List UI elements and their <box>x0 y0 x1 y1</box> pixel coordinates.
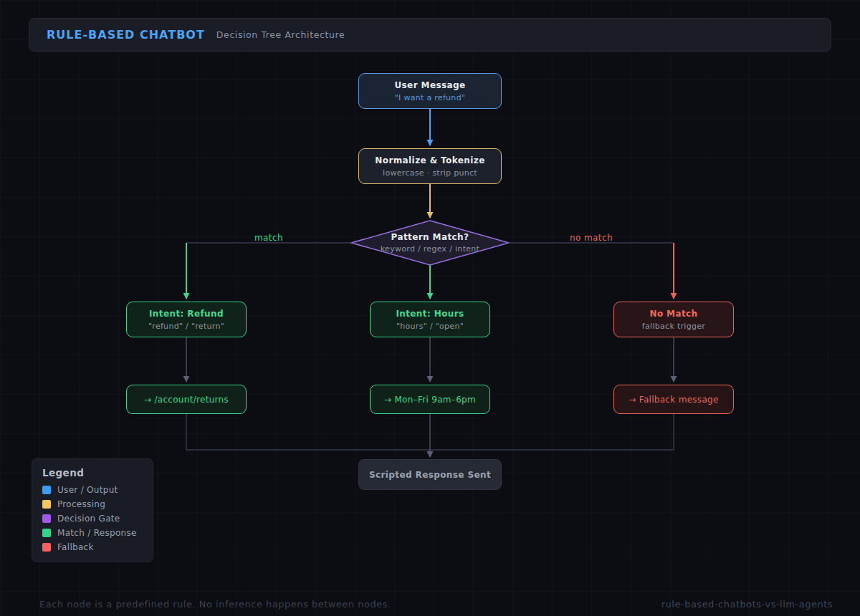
edge-label-match: match <box>254 233 283 243</box>
decision-diamond-shape <box>351 221 509 265</box>
node-normalize-title: Normalize & Tokenize <box>375 155 484 165</box>
legend-item-processing: Processing <box>42 499 143 509</box>
node-normalize-subtitle: lowercase · strip punct <box>383 168 477 178</box>
legend-swatch-green <box>42 529 51 537</box>
node-user-message-subtitle: "I want a refund" <box>395 93 466 102</box>
node-intent-refund-subtitle: "refund" / "return" <box>148 322 224 331</box>
node-no-match-subtitle: fallback trigger <box>642 322 705 331</box>
node-response-hours: → Mon–Fri 9am–6pm <box>370 385 490 414</box>
node-intent-hours: Intent: Hours "hours" / "open" <box>370 302 490 337</box>
legend-item-user-output: User / Output <box>42 485 143 495</box>
legend-swatch-purple <box>42 514 51 523</box>
legend-label: User / Output <box>57 485 118 495</box>
legend-swatch-blue <box>42 486 51 494</box>
node-response-fallback: → Fallback message <box>613 385 734 414</box>
legend-label: Decision Gate <box>57 514 120 524</box>
node-user-message: User Message "I want a refund" <box>358 73 502 109</box>
node-intent-hours-subtitle: "hours" / "open" <box>396 322 464 331</box>
legend-item-fallback: Fallback <box>42 542 143 552</box>
node-response-returns: → /account/returns <box>126 385 247 414</box>
node-user-message-title: User Message <box>394 80 465 90</box>
node-intent-hours-title: Intent: Hours <box>396 309 464 319</box>
edge-label-no-match: no match <box>570 233 613 243</box>
node-no-match: No Match fallback trigger <box>613 302 734 337</box>
node-intent-refund-title: Intent: Refund <box>149 309 224 319</box>
node-no-match-title: No Match <box>649 309 697 319</box>
legend-label: Processing <box>57 499 105 509</box>
legend-label: Match / Response <box>57 528 137 538</box>
node-scripted-response: Scripted Response Sent <box>358 459 502 490</box>
legend-item-decision-gate: Decision Gate <box>42 514 143 524</box>
node-normalize-tokenize: Normalize & Tokenize lowercase · strip p… <box>358 148 502 184</box>
legend-swatch-amber <box>42 500 51 509</box>
node-intent-refund: Intent: Refund "refund" / "return" <box>126 302 247 337</box>
legend-item-match-response: Match / Response <box>42 528 143 538</box>
legend-panel: Legend User / Output Processing Decision… <box>32 458 153 562</box>
footer-slug: rule-based-chatbots-vs-llm-agents <box>661 599 833 610</box>
legend-swatch-red <box>42 543 51 552</box>
footer-note: Each node is a predefined rule. No infer… <box>39 599 391 610</box>
legend-title: Legend <box>42 467 143 478</box>
diagram-canvas: RULE-BASED CHATBOT Decision Tree Archite… <box>0 0 860 616</box>
legend-label: Fallback <box>57 542 94 552</box>
